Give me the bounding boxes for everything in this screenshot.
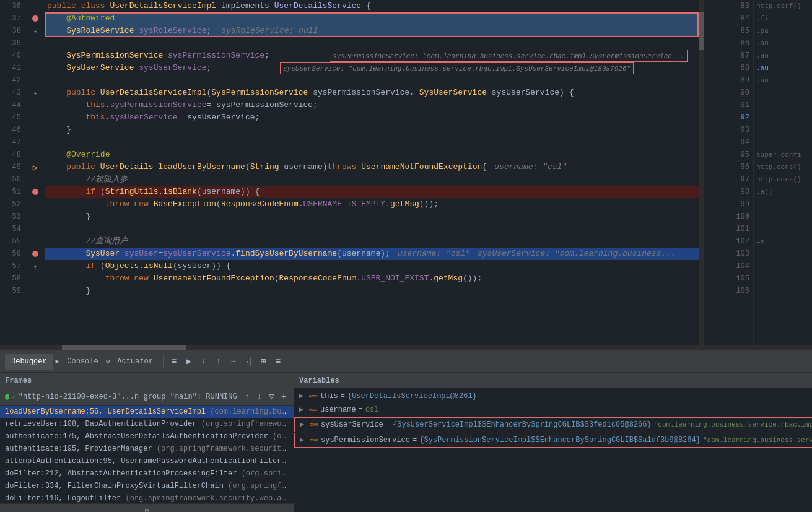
- right-gutter: 83 84 85 86 87 88 89 90 91 92 93 94 95 9…: [704, 0, 753, 345]
- editor-area: 36 37 38 39 40 41 42 43 44 45 46 47 48 4…: [0, 0, 812, 345]
- line-num-47: 47: [0, 136, 21, 149]
- code-line-43[interactable]: public UserDetailsServiceImpl ( SysPermi…: [45, 87, 699, 99]
- code-line-39[interactable]: [45, 37, 699, 50]
- gutter-39: [26, 37, 45, 50]
- line-num-46: 46: [0, 124, 21, 136]
- gutter-50: [26, 173, 45, 186]
- toolbar-separator-1: [163, 355, 164, 368]
- code-line-46[interactable]: }: [45, 124, 699, 136]
- gutter-53: [26, 210, 45, 223]
- thread-add-btn[interactable]: +: [279, 390, 289, 404]
- gutter-49: ▷: [26, 161, 45, 173]
- code-line-40[interactable]: SysPermissionService sysPermissionServic…: [45, 50, 699, 62]
- scroll-thumb[interactable]: [699, 12, 704, 50]
- code-line-38[interactable]: SysRoleService sysRoleService ; sysRoleS…: [45, 25, 699, 37]
- var-username[interactable]: ▶ ∞∞ username = csl: [294, 403, 812, 417]
- tab-console[interactable]: Console: [61, 354, 104, 370]
- breakpoint-51[interactable]: [32, 189, 38, 195]
- var-sysPermissionService[interactable]: ▶ ∞∞ sysPermissionService = {SysPermissi…: [295, 433, 812, 447]
- expand-icon-this[interactable]: ▶: [299, 389, 309, 403]
- toolbar-btn-evaluate[interactable]: ⊞: [256, 355, 270, 368]
- frame-item-4[interactable]: attemptAuthentication:95, UsernamePasswo…: [0, 455, 294, 467]
- line-num-43: 43: [0, 87, 21, 99]
- gutter-52: [26, 198, 45, 210]
- frame-item-0[interactable]: loadUserByUsername:56, UserDetailsServic…: [0, 406, 294, 418]
- toolbar-btn-step-into[interactable]: ↑: [212, 355, 225, 368]
- line-num-53: 53: [0, 210, 21, 223]
- code-line-55[interactable]: //查询用户: [45, 235, 699, 248]
- code-line-54[interactable]: [45, 223, 699, 235]
- var-sysUserService[interactable]: ▶ ∞∞ sysUserService = {SysUserServiceImp…: [295, 418, 812, 432]
- code-line-56[interactable]: SysUser sysUser = sysUserService . findS…: [45, 248, 699, 260]
- line-num-49: 49: [0, 161, 21, 173]
- line-num-51: 51: [0, 186, 21, 198]
- frames-list: loadUserByUsername:56, UserDetailsServic…: [0, 406, 294, 503]
- line-num-37: 37: [0, 12, 21, 25]
- frames-title: Frames: [5, 376, 32, 385]
- frames-toolbar: ✓ "http-nio-21100-exec-3"...n group "mai…: [0, 388, 294, 406]
- tab-actuator[interactable]: Actuator: [111, 354, 159, 370]
- toolbar-btn-layout[interactable]: ≡: [167, 355, 181, 368]
- code-line-48[interactable]: @Override: [45, 149, 699, 161]
- bookmark-57: ✦: [33, 263, 38, 271]
- vertical-scrollbar[interactable]: [699, 0, 704, 345]
- breakpoint-37[interactable]: [32, 15, 38, 22]
- toolbar-btn-run-to-cursor[interactable]: →|: [242, 355, 255, 368]
- tab-debugger[interactable]: Debugger: [5, 354, 53, 370]
- frame-item-7[interactable]: doFilter:116, LogoutFilter (org.springfr…: [0, 492, 294, 503]
- thread-status-dot: [5, 394, 9, 400]
- variables-title: Variables: [299, 376, 339, 385]
- expand-icon-sysPermissionService[interactable]: ▶: [300, 433, 310, 447]
- expand-icon-username[interactable]: ▶: [299, 403, 309, 417]
- code-line-36[interactable]: public class UserDetailsServiceImpl impl…: [45, 0, 699, 12]
- thread-up-btn[interactable]: ↑: [242, 390, 252, 404]
- code-line-37[interactable]: @Autowired: [45, 12, 699, 25]
- horizontal-scrollbar[interactable]: [0, 345, 812, 350]
- breakpoint-56[interactable]: [32, 251, 38, 257]
- thread-down-btn[interactable]: ↓: [255, 390, 264, 404]
- toolbar-btn-step-over[interactable]: ↓: [197, 355, 211, 368]
- frame-item-6[interactable]: doFilter:334, FilterChainProxy$VirtualFi…: [0, 480, 294, 492]
- line-num-38: 38: [0, 25, 21, 37]
- gutter-38: ✦: [26, 25, 45, 37]
- gutter-46: [26, 124, 45, 136]
- code-line-41[interactable]: SysUserService sysUserService ; sysUserS…: [45, 62, 699, 74]
- toolbar-btn-settings[interactable]: ≡: [271, 355, 285, 368]
- toolbar-btn-resume[interactable]: ▶: [182, 355, 196, 368]
- thread-filter-btn[interactable]: ▽: [266, 390, 276, 404]
- code-line-57[interactable]: if ( Objects . isNull (sysUser)) {: [45, 260, 699, 272]
- code-line-45[interactable]: this . sysUserService = sysUserService;: [45, 111, 699, 124]
- h-scroll-thumb[interactable]: [62, 345, 186, 350]
- code-line-59[interactable]: }: [45, 285, 699, 297]
- line-num-50: 50: [0, 173, 21, 186]
- code-line-42[interactable]: [45, 74, 699, 87]
- code-line-44[interactable]: this . sysPermissionService = sysPermiss…: [45, 99, 699, 111]
- far-right-panel: http.csrf() .fi .pa .an .an .au .an supe…: [753, 0, 812, 345]
- expand-icon-sysUserService[interactable]: ▶: [300, 418, 310, 432]
- code-line-47[interactable]: [45, 136, 699, 149]
- code-line-58[interactable]: throw new UsernameNotFoundException ( Re…: [45, 272, 699, 285]
- gutter-45: [26, 111, 45, 124]
- frames-expand-btn[interactable]: ⊞: [0, 503, 294, 512]
- code-line-52[interactable]: throw new BaseException ( ResponseCodeEn…: [45, 198, 699, 210]
- code-content[interactable]: public class UserDetailsServiceImpl impl…: [45, 0, 699, 345]
- gutter-41: [26, 62, 45, 74]
- tab-console-wrapper: ▶ Console: [56, 354, 105, 370]
- frame-item-1[interactable]: retrieveUser:108, DaoAuthenticationProvi…: [0, 418, 294, 430]
- gutter-48: [26, 149, 45, 161]
- gutter-55: [26, 235, 45, 248]
- debug-arrow-49: ▷: [33, 162, 38, 173]
- frame-item-5[interactable]: doFilter:212, AbstractAuthenticationProc…: [0, 467, 294, 480]
- line-numbers-gutter: 36 37 38 39 40 41 42 43 44 45 46 47 48 4…: [0, 0, 26, 345]
- code-line-50[interactable]: //校验入参: [45, 173, 699, 186]
- frames-header: Frames: [0, 373, 294, 388]
- code-line-51[interactable]: if ( StringUtils . isBlank (username)) {: [45, 186, 699, 198]
- frame-item-2[interactable]: authenticate:175, AbstractUserDetailsAut…: [0, 430, 294, 443]
- toolbar-btn-step-out[interactable]: →: [227, 355, 240, 368]
- var-this[interactable]: ▶ ∞∞ this = {UserDetailsServiceImpl@8261…: [294, 389, 812, 403]
- code-line-49[interactable]: public UserDetails loadUserByUsername ( …: [45, 161, 699, 173]
- gutter-59: [26, 285, 45, 297]
- tab-actuator-wrapper: ⚙ Actuator: [106, 354, 159, 370]
- code-line-53[interactable]: }: [45, 210, 699, 223]
- frame-item-3[interactable]: authenticate:195, ProviderManager (org.s…: [0, 443, 294, 455]
